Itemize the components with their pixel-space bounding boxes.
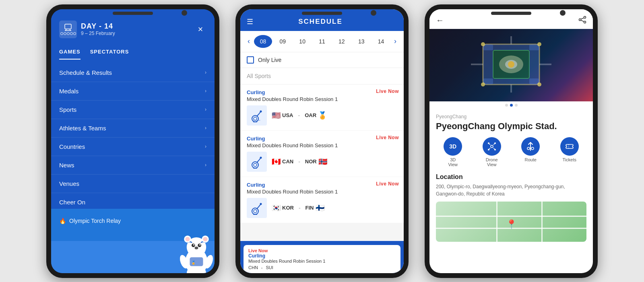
schedule-list: Live Now Curling Mixed Doubles Round Rob… — [240, 84, 404, 241]
menu-item-venues[interactable]: Venues — [51, 175, 215, 193]
team2-name: FIN — [305, 205, 314, 211]
team2-flag: 🇫🇮 — [316, 204, 324, 212]
team2-name: NOR — [305, 158, 317, 165]
close-button[interactable]: × — [194, 23, 206, 35]
schedule-card-1: Live Now Curling Mixed Doubles Round Rob… — [240, 84, 404, 130]
menu-item-torch-relay[interactable]: 🔥 Olympic Torch Relay — [59, 214, 206, 228]
only-live-checkbox[interactable] — [247, 56, 254, 64]
menu-item-sports[interactable]: Sports › — [51, 101, 215, 119]
map-road-v1 — [496, 202, 497, 242]
next-date-arrow[interactable]: › — [392, 35, 399, 47]
svg-point-24 — [252, 162, 258, 168]
schedule-bottom-blue: Live Now Curling Mixed Doubles Round Rob… — [240, 241, 404, 273]
menu-item-cheeron[interactable]: Cheer On — [51, 193, 215, 209]
team2: FIN 🇫🇮 — [305, 204, 324, 212]
live-badge: Live Now — [376, 181, 399, 187]
phone-notch — [302, 12, 342, 15]
svg-rect-43 — [529, 44, 539, 84]
svg-rect-42 — [483, 44, 493, 84]
svg-point-61 — [494, 149, 496, 150]
svg-point-32 — [584, 21, 586, 23]
chevron-right-icon: › — [205, 125, 206, 131]
dot-3[interactable] — [515, 104, 518, 107]
drone-icon — [483, 137, 501, 156]
phone-menu: DAY - 14 9 – 25 February × GAMES SPECTAT… — [46, 4, 219, 278]
svg-point-58 — [488, 142, 489, 144]
action-3d-view[interactable]: 3D 3DView — [436, 137, 470, 167]
chevron-right-icon: › — [205, 162, 206, 168]
svg-point-22 — [254, 117, 257, 120]
tab-games[interactable]: GAMES — [59, 45, 80, 60]
bottom-live-badge: Live Now — [248, 248, 396, 253]
dot-2[interactable] — [510, 104, 513, 107]
date-09[interactable]: 09 — [274, 36, 292, 47]
only-live-label: Only Live — [258, 57, 281, 63]
svg-point-9 — [199, 244, 200, 245]
sport-name: Curling — [247, 182, 397, 188]
phone-camera — [371, 10, 376, 16]
svg-point-8 — [193, 244, 194, 245]
team1-name: CAN — [282, 158, 293, 165]
vs-separator: - — [298, 158, 300, 165]
menu-item-countries[interactable]: Countries › — [51, 138, 215, 156]
phone-notch — [491, 12, 531, 15]
live-badge: Live Now — [376, 135, 399, 140]
prev-date-arrow[interactable]: ‹ — [245, 35, 252, 47]
venue-actions: 3D 3DView — [436, 137, 586, 167]
svg-point-25 — [254, 163, 257, 167]
date-10[interactable]: 10 — [293, 36, 312, 47]
schedule-bottom-card: Live Now Curling Mixed Doubles Round Rob… — [244, 245, 400, 273]
svg-point-13 — [186, 237, 190, 241]
team2: NOR 🇳🇴 — [305, 157, 327, 166]
menu-item-label: Countries — [59, 143, 85, 150]
action-tickets[interactable]: Tickets — [553, 137, 587, 167]
svg-point-45 — [537, 42, 541, 46]
hamburger-menu-icon[interactable]: ☰ — [247, 17, 253, 26]
chevron-right-icon: › — [205, 144, 206, 149]
bottom-sport-name: Curling — [248, 253, 396, 259]
event-name: Mixed Doubles Round Robin Session 1 — [247, 189, 397, 195]
card-body: 🇨🇦 CAN - NOR 🇳🇴 — [247, 152, 397, 172]
card-body: 🇰🇷 KOR - FIN 🇫🇮 — [247, 198, 397, 218]
tab-spectators[interactable]: SPECTATORS — [90, 45, 129, 60]
olympics-logo-box — [59, 21, 77, 38]
sports-filter[interactable]: All Sports — [240, 68, 404, 84]
menu-item-news[interactable]: News › — [51, 156, 215, 175]
action-drone-view[interactable]: DroneView — [475, 137, 509, 167]
date-11[interactable]: 11 — [313, 36, 331, 47]
svg-point-63 — [531, 147, 534, 150]
vs-separator: - — [299, 205, 301, 211]
team2-name: OAR — [305, 112, 316, 118]
bottom-event-name: Mixed Doubles Round Robin Session 1 — [248, 259, 396, 263]
date-14[interactable]: 14 — [372, 36, 390, 47]
vs-separator: - — [298, 112, 300, 119]
menu-item-medals[interactable]: Medals › — [51, 82, 215, 101]
venue-aerial-image — [429, 29, 593, 101]
action-route[interactable]: Route — [514, 137, 548, 167]
event-name: Mixed Doubles Round Robin Session 1 — [247, 96, 397, 102]
date-12[interactable]: 12 — [332, 36, 351, 47]
chevron-right-icon: › — [205, 88, 206, 94]
back-button[interactable]: ← — [436, 16, 444, 25]
match-teams: 🇺🇸 USA - OAR 🏅 — [272, 111, 327, 120]
share-button[interactable] — [578, 16, 586, 25]
image-dot-navigation — [429, 101, 593, 109]
curling-icon — [247, 198, 267, 218]
3d-view-icon: 3D — [444, 137, 462, 156]
torch-relay-label: Olympic Torch Relay — [69, 218, 121, 224]
bottom-team2: SUI — [266, 265, 273, 270]
date-08[interactable]: 08 — [254, 35, 272, 48]
venue-map[interactable]: 📍 — [436, 202, 586, 242]
chevron-right-icon: › — [205, 70, 206, 75]
svg-point-14 — [203, 237, 208, 241]
menu-item-schedule[interactable]: Schedule & Results › — [51, 64, 215, 82]
date-label: 9 – 25 February — [81, 31, 115, 36]
svg-point-47 — [537, 82, 541, 86]
team1-name: KOR — [282, 205, 294, 211]
menu-item-athletes[interactable]: Athletes & Teams › — [51, 119, 215, 138]
date-13[interactable]: 13 — [352, 36, 370, 47]
dot-1[interactable] — [505, 104, 508, 107]
team1: 🇺🇸 USA — [272, 111, 293, 120]
live-badge: Live Now — [376, 89, 399, 94]
phone-venue: ← — [425, 4, 598, 278]
